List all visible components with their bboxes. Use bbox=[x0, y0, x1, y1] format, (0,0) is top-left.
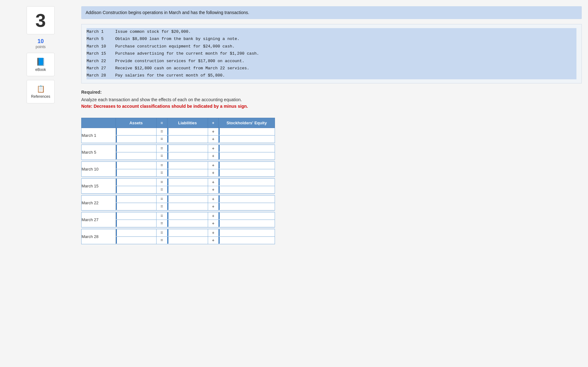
asset-input-cell-1-2[interactable] bbox=[116, 152, 157, 160]
plus-cell-1-2: + bbox=[208, 152, 219, 160]
asset-input-cell-2-1[interactable] bbox=[116, 161, 157, 169]
liability-input-0-1[interactable] bbox=[167, 128, 208, 135]
equals-cell-6-2: = bbox=[157, 236, 167, 244]
equals-cell-1-2: = bbox=[157, 152, 167, 160]
equity-input-cell-6-2[interactable] bbox=[219, 236, 275, 244]
liability-input-0-2[interactable] bbox=[167, 136, 208, 142]
equity-input-1-2[interactable] bbox=[219, 152, 275, 159]
tx-6: March 27 Receive $12,800 cash on account… bbox=[87, 65, 576, 72]
liability-input-1-2[interactable] bbox=[167, 152, 208, 159]
liability-input-cell-6-2[interactable] bbox=[167, 236, 208, 244]
liability-input-cell-1-1[interactable] bbox=[167, 145, 208, 152]
equity-input-2-2[interactable] bbox=[219, 169, 275, 176]
plus-cell-6-1: + bbox=[208, 229, 219, 236]
date-cell-1: March 5 bbox=[82, 145, 116, 160]
liability-input-6-1[interactable] bbox=[167, 229, 208, 236]
asset-input-4-1[interactable] bbox=[116, 196, 156, 202]
equity-input-cell-5-1[interactable] bbox=[219, 212, 275, 220]
date-cell-0: March 1 bbox=[82, 128, 116, 143]
liability-input-1-1[interactable] bbox=[167, 145, 208, 152]
equity-input-6-2[interactable] bbox=[219, 237, 275, 244]
equity-input-cell-5-2[interactable] bbox=[219, 220, 275, 227]
equity-input-5-1[interactable] bbox=[219, 212, 275, 219]
equity-input-0-2[interactable] bbox=[219, 136, 275, 142]
equity-input-3-2[interactable] bbox=[219, 186, 275, 193]
col-header-liabilities: Liabilities bbox=[167, 118, 208, 128]
tx-1: March 1 Issue common stock for $20,000. bbox=[87, 28, 576, 35]
liability-input-cell-0-2[interactable] bbox=[167, 135, 208, 143]
liability-input-2-1[interactable] bbox=[167, 162, 208, 169]
asset-input-cell-2-2[interactable] bbox=[116, 169, 157, 176]
liability-input-cell-2-2[interactable] bbox=[167, 169, 208, 176]
asset-input-cell-6-2[interactable] bbox=[116, 236, 157, 244]
plus-cell-1-1: + bbox=[208, 145, 219, 152]
plus-cell-3-1: + bbox=[208, 178, 219, 186]
asset-input-cell-0-1[interactable] bbox=[116, 128, 157, 135]
asset-input-cell-3-1[interactable] bbox=[116, 178, 157, 186]
equity-input-cell-0-2[interactable] bbox=[219, 135, 275, 143]
liability-input-5-1[interactable] bbox=[167, 212, 208, 219]
asset-input-3-1[interactable] bbox=[116, 179, 156, 186]
liability-input-cell-3-2[interactable] bbox=[167, 186, 208, 193]
liability-input-4-1[interactable] bbox=[167, 196, 208, 202]
asset-input-1-1[interactable] bbox=[116, 145, 156, 152]
asset-input-2-2[interactable] bbox=[116, 169, 156, 176]
liability-input-cell-4-1[interactable] bbox=[167, 195, 208, 203]
equity-input-cell-4-1[interactable] bbox=[219, 195, 275, 203]
equity-input-cell-4-2[interactable] bbox=[219, 203, 275, 210]
liability-input-cell-3-1[interactable] bbox=[167, 178, 208, 186]
liability-input-cell-6-1[interactable] bbox=[167, 229, 208, 236]
equity-input-cell-3-2[interactable] bbox=[219, 186, 275, 193]
equity-input-cell-1-1[interactable] bbox=[219, 145, 275, 152]
equity-input-cell-3-1[interactable] bbox=[219, 178, 275, 186]
sidebar: 3 10 points 📘 eBook 📋 References bbox=[6, 6, 75, 244]
liability-input-4-2[interactable] bbox=[167, 203, 208, 210]
equity-input-3-1[interactable] bbox=[219, 179, 275, 186]
asset-input-5-1[interactable] bbox=[116, 212, 156, 219]
liability-input-cell-0-1[interactable] bbox=[167, 128, 208, 135]
equity-input-cell-2-2[interactable] bbox=[219, 169, 275, 176]
liability-input-cell-4-2[interactable] bbox=[167, 203, 208, 210]
references-button[interactable]: 📋 References bbox=[27, 80, 55, 103]
liability-input-5-2[interactable] bbox=[167, 220, 208, 227]
liability-input-3-1[interactable] bbox=[167, 179, 208, 186]
asset-input-4-2[interactable] bbox=[116, 203, 156, 210]
equity-input-4-1[interactable] bbox=[219, 196, 275, 202]
equity-input-6-1[interactable] bbox=[219, 229, 275, 236]
ebook-button[interactable]: 📘 eBook bbox=[27, 53, 55, 76]
required-section: Required: Analyze each transaction and s… bbox=[81, 90, 582, 110]
asset-input-6-1[interactable] bbox=[116, 229, 156, 236]
equity-input-1-1[interactable] bbox=[219, 145, 275, 152]
asset-input-cell-5-2[interactable] bbox=[116, 220, 157, 227]
asset-input-cell-4-1[interactable] bbox=[116, 195, 157, 203]
asset-input-cell-5-1[interactable] bbox=[116, 212, 157, 220]
equity-input-cell-6-1[interactable] bbox=[219, 229, 275, 236]
asset-input-5-2[interactable] bbox=[116, 220, 156, 227]
asset-input-cell-0-2[interactable] bbox=[116, 135, 157, 143]
equity-input-4-2[interactable] bbox=[219, 203, 275, 210]
asset-input-cell-6-1[interactable] bbox=[116, 229, 157, 236]
liability-input-3-2[interactable] bbox=[167, 186, 208, 193]
asset-input-cell-3-2[interactable] bbox=[116, 186, 157, 193]
plus-cell-0-2: + bbox=[208, 135, 219, 143]
equity-input-cell-2-1[interactable] bbox=[219, 161, 275, 169]
liability-input-cell-5-1[interactable] bbox=[167, 212, 208, 220]
asset-input-2-1[interactable] bbox=[116, 162, 156, 169]
liability-input-cell-5-2[interactable] bbox=[167, 220, 208, 227]
asset-input-3-2[interactable] bbox=[116, 186, 156, 193]
liability-input-2-2[interactable] bbox=[167, 169, 208, 176]
equity-input-cell-0-1[interactable] bbox=[219, 128, 275, 135]
asset-input-1-2[interactable] bbox=[116, 152, 156, 159]
equity-input-2-1[interactable] bbox=[219, 162, 275, 169]
liability-input-cell-2-1[interactable] bbox=[167, 161, 208, 169]
equity-input-cell-1-2[interactable] bbox=[219, 152, 275, 160]
asset-input-cell-1-1[interactable] bbox=[116, 145, 157, 152]
asset-input-6-2[interactable] bbox=[116, 237, 156, 244]
asset-input-0-1[interactable] bbox=[116, 128, 156, 135]
asset-input-0-2[interactable] bbox=[116, 136, 156, 142]
asset-input-cell-4-2[interactable] bbox=[116, 203, 157, 210]
equity-input-0-1[interactable] bbox=[219, 128, 275, 135]
liability-input-6-2[interactable] bbox=[167, 237, 208, 244]
equity-input-5-2[interactable] bbox=[219, 220, 275, 227]
liability-input-cell-1-2[interactable] bbox=[167, 152, 208, 160]
